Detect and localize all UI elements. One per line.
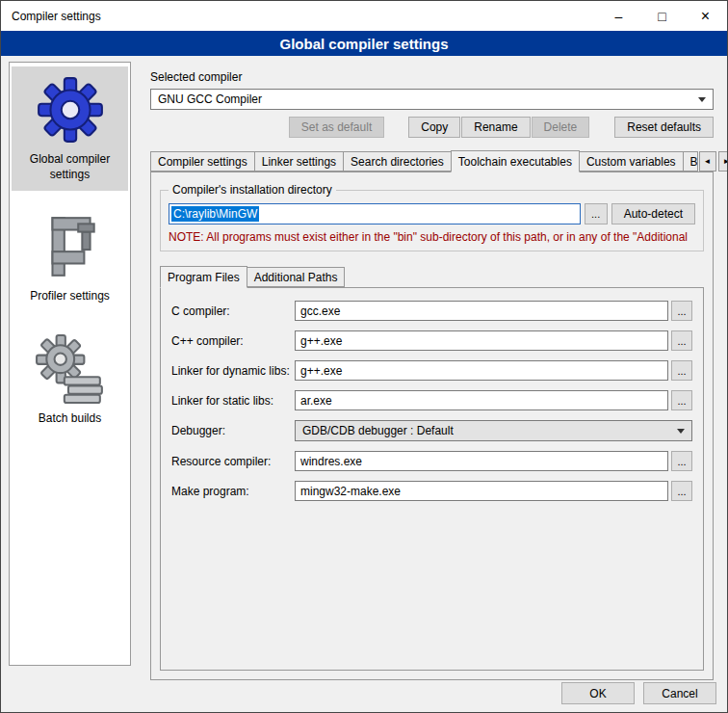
dynamic-linker-browse-button[interactable]: ... (671, 360, 692, 381)
tab-scroll-left-icon[interactable]: ◄ (699, 151, 716, 172)
installation-directory-row: C:\raylib\MinGW ... Auto-detect (169, 203, 695, 224)
profiler-clamp-icon (34, 210, 107, 283)
installation-directory-label: Compiler's installation directory (169, 183, 336, 197)
tab-toolchain-executables[interactable]: Toolchain executables (451, 150, 580, 172)
cpp-compiler-label: C++ compiler: (171, 334, 295, 348)
make-program-input[interactable] (295, 481, 668, 501)
window-title: Compiler settings (1, 10, 101, 23)
program-files-tab-bar: Program Files Additional Paths (160, 266, 704, 287)
compiler-select[interactable]: GNU GCC Compiler (150, 89, 714, 110)
static-linker-input[interactable] (295, 390, 668, 410)
main-panel: Selected compiler GNU GCC Compiler Set a… (141, 61, 721, 680)
install-dir-input[interactable]: C:\raylib\MinGW (169, 203, 581, 224)
auto-detect-button[interactable]: Auto-detect (611, 203, 695, 224)
resource-compiler-label: Resource compiler: (171, 455, 295, 468)
tab-search-directories[interactable]: Search directories (343, 151, 452, 172)
c-compiler-label: C compiler: (171, 304, 295, 318)
c-compiler-input[interactable] (295, 301, 668, 321)
cpp-compiler-browse-button[interactable]: ... (671, 330, 692, 351)
debugger-select-value: GDB/CDB debugger : Default (302, 424, 454, 437)
tab-custom-variables[interactable]: Custom variables (579, 151, 684, 172)
close-button[interactable]: × (684, 1, 727, 31)
static-linker-browse-button[interactable]: ... (671, 390, 692, 410)
close-icon: × (701, 8, 710, 25)
debugger-label: Debugger: (171, 424, 295, 437)
titlebar-spacer (101, 1, 597, 31)
debugger-select[interactable]: GDB/CDB debugger : Default (295, 420, 692, 441)
sidebar-item-label: Batch builds (39, 411, 101, 427)
dynamic-linker-input[interactable] (295, 360, 668, 381)
tab-compiler-settings[interactable]: Compiler settings (150, 151, 255, 172)
resource-compiler-input[interactable] (295, 451, 668, 471)
tab-scroll-controls: ◄ ► (697, 151, 728, 172)
make-program-row: Make program: ... (171, 481, 692, 501)
bin-subdirectory-note: NOTE: All programs must exist either in … (169, 230, 695, 244)
settings-tab-bar: Compiler settings Linker settings Search… (150, 150, 714, 172)
make-program-label: Make program: (171, 485, 295, 498)
set-as-default-button[interactable]: Set as default (289, 117, 384, 138)
dynamic-linker-row: Linker for dynamic libs: ... (171, 360, 692, 381)
cancel-button[interactable]: Cancel (643, 682, 716, 704)
toolchain-executables-panel: Compiler's installation directory C:\ray… (150, 172, 714, 680)
static-linker-label: Linker for static libs: (171, 394, 295, 408)
minimize-button[interactable]: – (597, 1, 640, 31)
make-program-browse-button[interactable]: ... (671, 481, 692, 501)
sidebar-item-label: Global compiler settings (13, 152, 126, 182)
cpp-compiler-row: C++ compiler: ... (171, 330, 692, 351)
selected-compiler-label: Selected compiler (150, 70, 714, 84)
compiler-select-value: GNU GCC Compiler (158, 92, 262, 106)
tab-scroll-right-icon[interactable]: ► (718, 151, 728, 172)
compiler-settings-dialog: Compiler settings – □ × Global compiler … (0, 0, 728, 713)
copy-button[interactable]: Copy (408, 117, 460, 138)
tab-linker-settings[interactable]: Linker settings (254, 151, 344, 172)
sidebar-item-global-compiler-settings[interactable]: Global compiler settings (12, 66, 128, 191)
minimize-icon: – (615, 9, 623, 24)
program-files-panel: C compiler: ... C++ compiler: ... Linker… (160, 287, 704, 671)
maximize-button[interactable]: □ (640, 1, 684, 31)
reset-defaults-button[interactable]: Reset defaults (614, 117, 714, 138)
debugger-row: Debugger: GDB/CDB debugger : Default (171, 420, 692, 441)
compiler-actions: Set as default Copy Rename Delete Reset … (150, 117, 714, 138)
title-bar: Compiler settings – □ × (1, 1, 727, 31)
rename-button[interactable]: Rename (461, 117, 530, 138)
page-title: Global compiler settings (1, 31, 727, 56)
sidebar-item-batch-builds[interactable]: Batch builds (12, 326, 128, 436)
sidebar-item-profiler-settings[interactable]: Profiler settings (12, 203, 128, 313)
sidebar-item-label: Profiler settings (30, 289, 110, 304)
install-dir-browse-button[interactable]: ... (585, 203, 608, 224)
tab-additional-paths[interactable]: Additional Paths (247, 267, 346, 287)
c-compiler-row: C compiler: ... (171, 301, 692, 321)
maximize-icon: □ (658, 9, 665, 24)
cpp-compiler-input[interactable] (295, 330, 668, 351)
tab-build-options-truncated[interactable]: Buil (683, 151, 698, 172)
c-compiler-browse-button[interactable]: ... (671, 301, 692, 321)
chevron-down-icon (677, 429, 685, 434)
dialog-footer: OK Cancel (561, 682, 716, 704)
delete-button[interactable]: Delete (532, 117, 590, 138)
settings-sidebar: Global compiler settings Profiler settin… (9, 62, 131, 666)
chevron-down-icon (698, 97, 706, 102)
gear-icon (34, 73, 107, 146)
tab-program-files[interactable]: Program Files (160, 266, 247, 288)
batch-builds-gears-icon (34, 332, 107, 406)
resource-compiler-browse-button[interactable]: ... (671, 451, 692, 471)
static-linker-row: Linker for static libs: ... (171, 390, 692, 410)
installation-directory-group: Compiler's installation directory C:\ray… (160, 190, 704, 251)
dynamic-linker-label: Linker for dynamic libs: (171, 364, 295, 378)
ok-button[interactable]: OK (561, 682, 635, 704)
install-dir-selected-text: C:\raylib\MinGW (171, 206, 259, 222)
resource-compiler-row: Resource compiler: ... (171, 451, 692, 471)
